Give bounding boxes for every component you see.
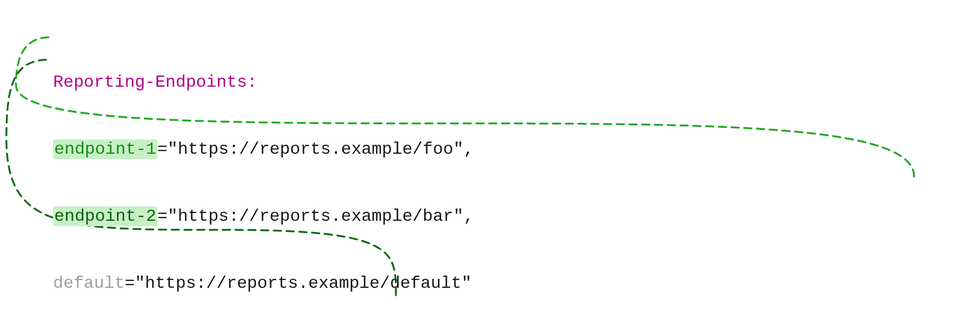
reporting-line-1: endpoint-1="https://reports.example/foo"… [53, 138, 657, 161]
endpoint-1-decl: endpoint-1 [53, 139, 157, 159]
endpoint-2-decl: endpoint-2 [53, 206, 157, 226]
diagram-canvas: Reporting-Endpoints: endpoint-1="https:/… [0, 0, 980, 332]
reporting-header: Reporting-Endpoints: [53, 71, 657, 94]
reporting-line-2: endpoint-2="https://reports.example/bar"… [53, 205, 657, 228]
reporting-line-3: default="https://reports.example/default… [53, 272, 657, 295]
default-decl: default [53, 273, 124, 293]
code-block: Reporting-Endpoints: endpoint-1="https:/… [53, 4, 657, 332]
